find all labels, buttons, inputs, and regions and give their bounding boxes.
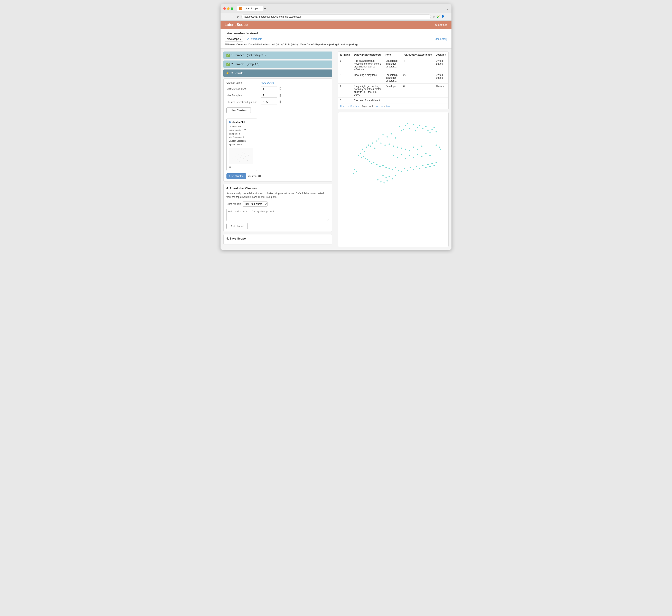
table-row: 2 They might get but they normally sent … [338,84,448,98]
svg-point-95 [421,156,422,157]
active-tab[interactable]: LS Latent Scope ✕ [237,6,263,11]
cluster-card-header: cluster-001 [229,121,255,124]
svg-point-44 [362,149,363,150]
svg-point-17 [405,125,406,126]
min-cluster-size-info-icon[interactable]: 🎛 [279,87,282,91]
settings-link[interactable]: ⚙ settings [435,23,447,26]
cluster-controls-box: Cluster using HDBSCAN Min Cluster Size: … [223,78,332,181]
nav-back-button[interactable]: ← [223,15,228,19]
new-tab-button[interactable]: + [264,7,266,10]
min-samples-input[interactable] [261,93,277,98]
svg-point-74 [431,163,433,164]
bookmark-icon[interactable]: ☆ [432,15,435,18]
svg-point-65 [407,170,408,171]
menu-icon[interactable]: ⋮ [446,15,449,18]
dataset-meta: 765 rows. Columns: DataVizNotUnderstood … [225,43,447,46]
svg-point-28 [427,130,429,131]
autolabel-description: Automatically create labels for each clu… [226,192,329,199]
svg-point-14 [248,155,249,156]
close-button[interactable] [223,7,226,10]
svg-point-36 [395,137,396,139]
svg-point-107 [436,144,437,146]
export-data-link[interactable]: ↗ Export data [247,38,262,40]
table-row: 1 How long it may take Leadership (Manag… [338,72,448,84]
svg-point-49 [363,156,364,157]
svg-point-86 [417,149,418,150]
svg-point-7 [245,156,246,157]
svg-point-53 [371,163,372,164]
svg-point-106 [386,180,388,181]
minimize-button[interactable] [227,7,230,10]
min-samples-info-icon[interactable]: 🎛 [279,94,282,97]
svg-point-92 [409,155,410,156]
nav-forward-button[interactable]: → [230,15,234,19]
svg-point-24 [415,130,416,131]
svg-rect-15 [342,114,444,192]
maximize-button[interactable] [231,7,233,10]
profile-icon[interactable]: 👤 [441,15,445,18]
extensions-icon[interactable]: 🧩 [436,15,440,18]
browser-actions: ☆ 🧩 👤 ⋮ [432,15,449,18]
pagination-next[interactable]: Next → [376,105,383,108]
step-cluster-header[interactable]: 👉 3. Cluster [223,69,332,77]
use-cluster-section: Use Cluster cluster-001 [226,173,329,179]
svg-point-109 [440,149,441,150]
table-scroll[interactable]: ls_index DataVizNotUnderstood Role Years… [338,52,448,103]
use-cluster-button[interactable]: Use Cluster [226,173,246,179]
col-header-role: Role [383,52,401,58]
cell-location-3 [434,98,448,103]
step-project-header[interactable]: ✅ 2. Project (umap-001) [223,60,332,68]
svg-point-68 [416,166,417,167]
job-history-link[interactable]: Job history [436,38,447,40]
title-bar: LS Latent Scope ✕ + ⌄ [221,4,451,13]
svg-point-94 [417,154,418,155]
svg-point-46 [360,153,361,154]
cell-years-2: 6 [401,84,434,98]
pagination-last[interactable]: Last [386,105,390,108]
table-header: ls_index DataVizNotUnderstood Role Years… [338,52,448,58]
dataset-name: datavis-notunderstood [225,31,447,35]
cluster-delete-button[interactable]: 🗑 [229,165,232,169]
svg-point-112 [353,173,354,174]
pagination-prev[interactable]: ← Previous [347,105,359,108]
left-panel: ✅ 1. Embed (embedding-001) ✅ 2. Project … [221,49,335,250]
svg-point-82 [401,148,402,149]
svg-point-84 [409,150,410,151]
pagination-first[interactable]: First [340,105,344,108]
svg-point-63 [401,171,402,172]
svg-point-73 [429,166,431,167]
svg-point-11 [239,161,240,162]
svg-point-99 [385,177,387,178]
dataset-controls: New scope ▾ ↗ Export data Job history [225,37,447,41]
step-embed-header[interactable]: ✅ 1. Embed (embedding-001) [223,52,332,59]
nav-reload-button[interactable]: ↻ [236,15,240,19]
svg-point-75 [433,165,435,166]
cell-location-2: Thailand [434,84,448,98]
chat-model-select[interactable]: nltk - top-words gpt-4 llama-2 [243,201,268,207]
new-clusters-button[interactable]: New Clusters [226,107,251,113]
autolabel-box: 4. Auto-Label Clusters Automatically cre… [223,184,332,232]
min-cluster-size-row: Min Cluster Size: 🎛 [226,86,329,91]
context-textarea[interactable] [226,209,329,221]
epsilon-info-icon[interactable]: 🎛 [279,100,282,104]
min-cluster-size-input[interactable] [261,86,277,91]
hdbscan-link[interactable]: HDBSCAN [261,81,274,84]
svg-point-72 [427,164,429,165]
svg-point-98 [382,175,384,176]
svg-point-79 [389,143,390,145]
new-scope-button[interactable]: New scope ▾ [225,37,243,41]
dataset-meta-prefix: 765 rows. Columns: [225,43,248,46]
address-input[interactable] [241,14,431,19]
svg-point-23 [407,123,408,124]
svg-point-87 [421,146,422,147]
svg-point-111 [356,171,357,172]
auto-label-button[interactable]: Auto Label [226,223,248,229]
project-number: 2. [231,63,234,66]
svg-point-2 [238,154,239,155]
tab-close-icon[interactable]: ✕ [259,8,261,10]
svg-point-108 [439,147,440,148]
epsilon-input[interactable] [261,100,277,104]
svg-point-16 [399,126,400,127]
svg-point-80 [393,146,394,147]
window-controls: ⌄ [446,7,449,10]
